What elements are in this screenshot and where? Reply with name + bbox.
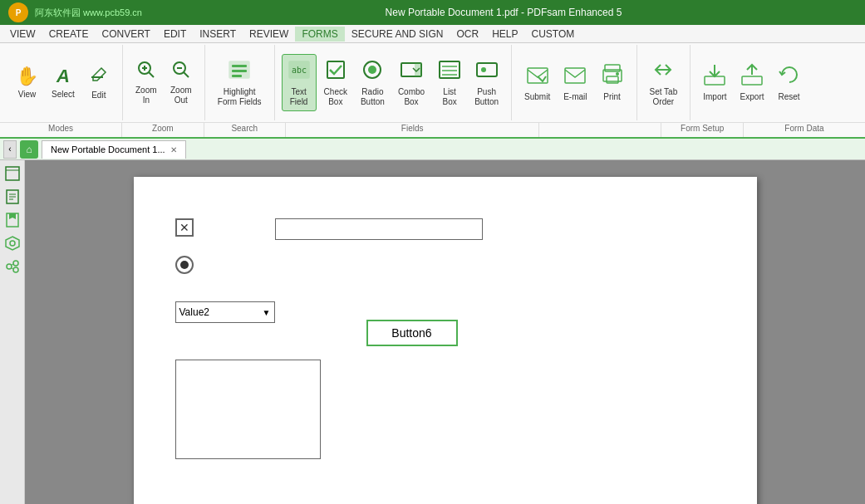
radio-inner bbox=[180, 261, 189, 269]
tab-close-button[interactable]: ✕ bbox=[170, 145, 177, 154]
ribbon-btn-print[interactable]: Print bbox=[595, 59, 630, 106]
menu-help[interactable]: HELP bbox=[485, 27, 524, 42]
ribbon-btn-zoom-out[interactable]: Zoom Out bbox=[165, 56, 198, 110]
ribbon-btn-submit[interactable]: Submit bbox=[519, 59, 556, 106]
select-label: Select bbox=[52, 90, 75, 100]
edit-label: Edit bbox=[91, 91, 106, 100]
text-field-icon: abc bbox=[288, 58, 311, 86]
menu-ocr[interactable]: OCR bbox=[450, 27, 485, 42]
submit-label: Submit bbox=[524, 92, 550, 102]
title-bar: P 阿东软件园 www.pcb59.cn New Portable Docume… bbox=[0, 0, 865, 25]
print-icon bbox=[601, 63, 624, 91]
svg-rect-9 bbox=[232, 65, 247, 67]
text-field-label: Text Field bbox=[290, 87, 308, 107]
menu-create[interactable]: CREATE bbox=[42, 27, 96, 42]
export-label: Export bbox=[740, 92, 764, 102]
sidebar-btn-3[interactable] bbox=[2, 210, 22, 230]
svg-text:abc: abc bbox=[292, 66, 307, 75]
document-tab[interactable]: New Portable Document 1... ✕ bbox=[42, 140, 186, 159]
form-list-box[interactable] bbox=[175, 360, 321, 459]
ribbon-btn-text-field[interactable]: abc Text Field bbox=[282, 54, 317, 111]
nav-prev-arrow[interactable]: ‹ bbox=[3, 140, 17, 159]
menu-insert[interactable]: INSERT bbox=[193, 27, 243, 42]
ribbon-btn-highlight-form-fields[interactable]: Highlight Form Fields bbox=[212, 54, 268, 111]
svg-rect-11 bbox=[232, 75, 242, 77]
button-label: Button6 bbox=[391, 326, 431, 340]
ribbon-btn-edit[interactable]: Edit bbox=[82, 61, 115, 105]
import-icon bbox=[703, 63, 726, 91]
zoom-out-icon bbox=[171, 60, 191, 84]
form-data-label: Form Data bbox=[744, 123, 865, 137]
ribbon-btn-reset[interactable]: Reset bbox=[772, 59, 807, 106]
ribbon-btn-set-tab-order[interactable]: Set Tab Order bbox=[644, 54, 684, 111]
zoom-label: Zoom bbox=[122, 123, 204, 137]
svg-rect-10 bbox=[232, 70, 247, 72]
menu-forms[interactable]: FORMS bbox=[295, 27, 344, 42]
svg-point-47 bbox=[13, 267, 18, 272]
sidebar-btn-2[interactable] bbox=[2, 187, 22, 207]
print-label: Print bbox=[603, 92, 621, 102]
window-title: New Portable Document 1.pdf - PDFsam Enh… bbox=[150, 7, 857, 18]
ribbon-group-actions: Submit E-mail bbox=[512, 45, 636, 120]
svg-rect-31 bbox=[705, 76, 725, 85]
sidebar-btn-4[interactable] bbox=[2, 233, 22, 253]
form-checkbox-field[interactable]: ✕ bbox=[175, 218, 194, 237]
sidebar-btn-1[interactable] bbox=[2, 164, 22, 183]
menu-view[interactable]: VIEW bbox=[3, 27, 42, 42]
menu-edit[interactable]: EDIT bbox=[157, 27, 193, 42]
ribbon-footer: Modes Zoom Search Fields Form Setup Form… bbox=[0, 122, 865, 137]
ribbon-btn-export[interactable]: Export bbox=[735, 59, 770, 106]
app-logo: P bbox=[8, 2, 28, 22]
svg-rect-26 bbox=[565, 68, 585, 83]
svg-rect-25 bbox=[528, 68, 548, 83]
ribbon-btn-import[interactable]: Import bbox=[697, 59, 732, 106]
ribbon-btn-zoom-in[interactable]: Zoom In bbox=[130, 56, 163, 110]
document-area: ✕ Value2 ▼ Button6 bbox=[25, 160, 865, 504]
check-box-icon bbox=[324, 58, 347, 86]
form-combo-box[interactable]: Value2 ▼ bbox=[175, 301, 275, 323]
ribbon-group-zoom: Zoom In Zoom Out bbox=[123, 45, 205, 120]
svg-marker-43 bbox=[6, 237, 19, 250]
reset-label: Reset bbox=[778, 92, 799, 102]
combo-box-icon bbox=[400, 58, 423, 86]
menu-review[interactable]: REVIEW bbox=[243, 27, 295, 42]
check-box-label: Check Box bbox=[324, 87, 347, 107]
combo-box-label: Combo Box bbox=[398, 87, 425, 107]
ribbon-btn-combo-box[interactable]: Combo Box bbox=[392, 54, 430, 111]
form-push-button[interactable]: Button6 bbox=[366, 320, 458, 346]
svg-line-49 bbox=[12, 268, 13, 269]
menu-convert[interactable]: CONVERT bbox=[95, 27, 156, 42]
ribbon-btn-push-button[interactable]: Push Button bbox=[469, 54, 504, 111]
export-icon bbox=[740, 63, 764, 91]
edit-icon bbox=[89, 65, 109, 89]
push-button-label: Push Button bbox=[474, 87, 499, 107]
highlight-form-fields-label: Highlight Form Fields bbox=[218, 87, 262, 107]
svg-point-24 bbox=[481, 67, 486, 72]
menu-secure-sign[interactable]: SECURE AND SIGN bbox=[345, 27, 450, 42]
modes-label: Modes bbox=[0, 123, 122, 137]
home-tab-button[interactable]: ⌂ bbox=[20, 140, 38, 159]
svg-point-16 bbox=[368, 66, 376, 74]
menu-custom[interactable]: CUSTOM bbox=[524, 27, 581, 42]
svg-point-30 bbox=[616, 72, 619, 76]
ribbon-btn-email[interactable]: E-mail bbox=[558, 59, 592, 106]
svg-marker-42 bbox=[9, 213, 16, 219]
radio-button-label: Radio Button bbox=[361, 87, 385, 107]
svg-rect-35 bbox=[6, 167, 19, 180]
ribbon-btn-select[interactable]: A Select bbox=[46, 61, 81, 103]
email-icon bbox=[563, 63, 587, 91]
zoom-in-icon bbox=[136, 60, 156, 84]
ribbon-btn-view[interactable]: ✋ View bbox=[10, 61, 44, 103]
search-label: Search bbox=[204, 123, 286, 137]
ribbon-btn-list-box[interactable]: List Box bbox=[432, 54, 467, 111]
sidebar-btn-5[interactable] bbox=[2, 257, 22, 276]
list-box-label: List Box bbox=[443, 87, 457, 107]
tab-label: New Portable Document 1... bbox=[51, 144, 165, 154]
form-radio-field[interactable] bbox=[175, 256, 194, 274]
form-text-field[interactable] bbox=[275, 218, 483, 240]
main-container: ✕ Value2 ▼ Button6 bbox=[0, 160, 865, 504]
email-label: E-mail bbox=[563, 92, 587, 102]
ribbon-btn-check-box[interactable]: Check Box bbox=[318, 54, 353, 111]
svg-rect-23 bbox=[477, 63, 497, 76]
ribbon-btn-radio-button[interactable]: Radio Button bbox=[355, 54, 391, 111]
